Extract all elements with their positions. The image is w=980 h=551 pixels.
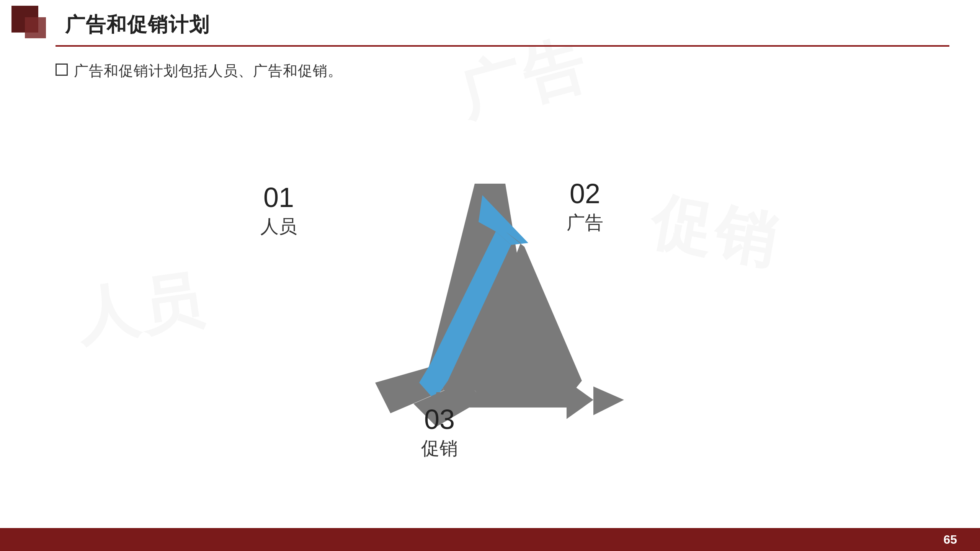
subtitle-area: 广告和促销计划包括人员、广告和促销。 bbox=[56, 61, 343, 81]
label-03: 03 促销 bbox=[421, 406, 458, 461]
page-title: 广告和促销计划 bbox=[65, 13, 210, 36]
logo-block bbox=[8, 2, 54, 48]
svg-marker-4 bbox=[479, 195, 528, 245]
slide: 广告 促销 人员 广告和促销计划 广告和促销计划包括人员、广告和促销。 bbox=[0, 0, 980, 551]
checkbox-icon bbox=[56, 64, 68, 76]
label-01: 01 人员 bbox=[260, 184, 297, 239]
svg-marker-8 bbox=[593, 386, 624, 415]
label-03-text: 促销 bbox=[421, 436, 458, 461]
label-02-text: 广告 bbox=[567, 210, 603, 235]
label-01-text: 人员 bbox=[260, 214, 297, 239]
diagram-area bbox=[0, 96, 980, 520]
page-number: 65 bbox=[943, 533, 957, 547]
logo-light-square bbox=[25, 17, 46, 38]
title-area: 广告和促销计划 bbox=[65, 11, 980, 38]
header: 广告和促销计划 bbox=[0, 0, 980, 50]
label-02-number: 02 bbox=[567, 180, 603, 207]
footer: 65 bbox=[0, 528, 980, 551]
subtitle-text: 广告和促销计划包括人员、广告和促销。 bbox=[74, 61, 343, 81]
label-01-number: 01 bbox=[260, 184, 297, 211]
label-02: 02 广告 bbox=[567, 180, 603, 235]
label-03-number: 03 bbox=[421, 406, 458, 433]
title-underline bbox=[56, 45, 949, 47]
triangle-arrows-svg bbox=[318, 155, 662, 461]
